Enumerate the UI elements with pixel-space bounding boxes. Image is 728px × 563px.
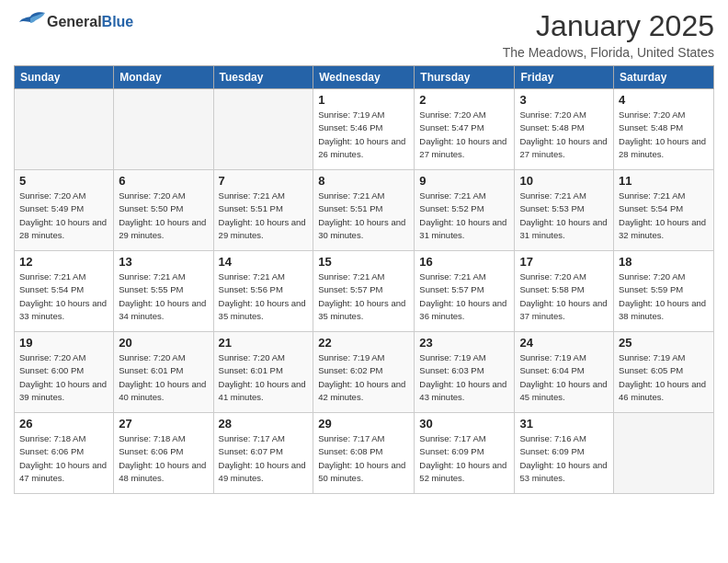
calendar-table: SundayMondayTuesdayWednesdayThursdayFrid… [14, 65, 714, 494]
calendar-cell: 17Sunrise: 7:20 AMSunset: 5:58 PMDayligh… [515, 251, 614, 332]
day-info: Sunrise: 7:21 AMSunset: 5:53 PMDaylight:… [519, 190, 609, 242]
day-number: 17 [519, 255, 609, 269]
calendar-cell: 22Sunrise: 7:19 AMSunset: 6:02 PMDayligh… [313, 332, 415, 413]
calendar-week-row: 12Sunrise: 7:21 AMSunset: 5:54 PMDayligh… [15, 251, 714, 332]
day-info: Sunrise: 7:18 AMSunset: 6:06 PMDaylight:… [19, 432, 108, 485]
day-info: Sunrise: 7:19 AMSunset: 5:46 PMDaylight:… [318, 109, 409, 161]
month-title: January 2025 [503, 9, 714, 43]
day-info: Sunrise: 7:19 AMSunset: 6:02 PMDaylight:… [318, 351, 409, 404]
calendar-cell: 21Sunrise: 7:20 AMSunset: 6:01 PMDayligh… [213, 332, 313, 413]
calendar-cell: 7Sunrise: 7:21 AMSunset: 5:51 PMDaylight… [213, 170, 313, 251]
day-number: 22 [318, 336, 409, 350]
day-number: 13 [119, 255, 208, 269]
day-number: 24 [519, 336, 609, 350]
day-number: 2 [419, 93, 509, 107]
day-number: 25 [619, 336, 709, 350]
day-info: Sunrise: 7:19 AMSunset: 6:03 PMDaylight:… [419, 351, 509, 404]
calendar-cell: 28Sunrise: 7:17 AMSunset: 6:07 PMDayligh… [213, 413, 313, 494]
calendar-cell: 3Sunrise: 7:20 AMSunset: 5:48 PMDaylight… [515, 89, 614, 170]
calendar-week-row: 19Sunrise: 7:20 AMSunset: 6:00 PMDayligh… [15, 332, 714, 413]
title-section: January 2025 The Meadows, Florida, Unite… [503, 9, 714, 60]
calendar-cell [614, 413, 714, 494]
day-number: 20 [119, 336, 208, 350]
calendar-cell: 9Sunrise: 7:21 AMSunset: 5:52 PMDaylight… [415, 170, 515, 251]
day-info: Sunrise: 7:21 AMSunset: 5:55 PMDaylight:… [119, 270, 208, 323]
day-info: Sunrise: 7:20 AMSunset: 5:48 PMDaylight:… [619, 109, 709, 161]
day-number: 1 [318, 93, 409, 107]
location: The Meadows, Florida, United States [503, 45, 714, 60]
day-number: 19 [19, 336, 108, 350]
calendar-cell: 27Sunrise: 7:18 AMSunset: 6:06 PMDayligh… [114, 413, 213, 494]
logo: General Blue [14, 9, 133, 35]
weekday-header-row: SundayMondayTuesdayWednesdayThursdayFrid… [15, 66, 714, 89]
day-number: 14 [219, 255, 309, 269]
day-info: Sunrise: 7:21 AMSunset: 5:54 PMDaylight:… [19, 270, 108, 323]
calendar-cell: 6Sunrise: 7:20 AMSunset: 5:50 PMDaylight… [114, 170, 213, 251]
day-number: 30 [419, 417, 509, 431]
calendar-cell: 12Sunrise: 7:21 AMSunset: 5:54 PMDayligh… [15, 251, 114, 332]
day-number: 7 [219, 174, 309, 188]
day-number: 11 [619, 174, 709, 188]
calendar-cell: 2Sunrise: 7:20 AMSunset: 5:47 PMDaylight… [415, 89, 515, 170]
day-info: Sunrise: 7:21 AMSunset: 5:52 PMDaylight:… [419, 190, 509, 242]
day-number: 18 [619, 255, 709, 269]
page-container: General Blue January 2025 The Meadows, F… [0, 0, 728, 503]
weekday-header-sunday: Sunday [15, 66, 114, 89]
day-info: Sunrise: 7:18 AMSunset: 6:06 PMDaylight:… [119, 432, 208, 485]
calendar-cell: 1Sunrise: 7:19 AMSunset: 5:46 PMDaylight… [313, 89, 415, 170]
day-info: Sunrise: 7:20 AMSunset: 6:01 PMDaylight:… [119, 351, 208, 404]
day-info: Sunrise: 7:21 AMSunset: 5:51 PMDaylight:… [219, 190, 309, 242]
calendar-cell [213, 89, 313, 170]
day-number: 6 [119, 174, 208, 188]
day-number: 28 [219, 417, 309, 431]
weekday-header-saturday: Saturday [614, 66, 714, 89]
calendar-cell: 8Sunrise: 7:21 AMSunset: 5:51 PMDaylight… [313, 170, 415, 251]
calendar-cell: 26Sunrise: 7:18 AMSunset: 6:06 PMDayligh… [15, 413, 114, 494]
calendar-week-row: 5Sunrise: 7:20 AMSunset: 5:49 PMDaylight… [15, 170, 714, 251]
day-info: Sunrise: 7:20 AMSunset: 5:48 PMDaylight:… [519, 109, 609, 161]
calendar-cell: 18Sunrise: 7:20 AMSunset: 5:59 PMDayligh… [614, 251, 714, 332]
day-info: Sunrise: 7:17 AMSunset: 6:08 PMDaylight:… [318, 432, 409, 485]
day-info: Sunrise: 7:21 AMSunset: 5:56 PMDaylight:… [219, 270, 309, 323]
day-info: Sunrise: 7:20 AMSunset: 6:01 PMDaylight:… [219, 351, 309, 404]
day-number: 9 [419, 174, 509, 188]
day-info: Sunrise: 7:19 AMSunset: 6:05 PMDaylight:… [619, 351, 709, 404]
day-info: Sunrise: 7:19 AMSunset: 6:04 PMDaylight:… [519, 351, 609, 404]
logo-general: General [47, 14, 102, 30]
day-number: 10 [519, 174, 609, 188]
weekday-header-friday: Friday [515, 66, 614, 89]
day-info: Sunrise: 7:21 AMSunset: 5:51 PMDaylight:… [318, 190, 409, 242]
calendar-cell: 19Sunrise: 7:20 AMSunset: 6:00 PMDayligh… [15, 332, 114, 413]
day-info: Sunrise: 7:21 AMSunset: 5:57 PMDaylight:… [419, 270, 509, 323]
calendar-cell: 13Sunrise: 7:21 AMSunset: 5:55 PMDayligh… [114, 251, 213, 332]
calendar-cell [15, 89, 114, 170]
day-info: Sunrise: 7:17 AMSunset: 6:07 PMDaylight:… [219, 432, 309, 485]
logo-icon [14, 9, 47, 35]
day-number: 21 [219, 336, 309, 350]
day-info: Sunrise: 7:16 AMSunset: 6:09 PMDaylight:… [519, 432, 609, 485]
calendar-week-row: 26Sunrise: 7:18 AMSunset: 6:06 PMDayligh… [15, 413, 714, 494]
day-info: Sunrise: 7:20 AMSunset: 6:00 PMDaylight:… [19, 351, 108, 404]
weekday-header-monday: Monday [114, 66, 213, 89]
logo-blue: Blue [102, 14, 134, 30]
weekday-header-wednesday: Wednesday [313, 66, 415, 89]
calendar-cell: 11Sunrise: 7:21 AMSunset: 5:54 PMDayligh… [614, 170, 714, 251]
calendar-cell: 14Sunrise: 7:21 AMSunset: 5:56 PMDayligh… [213, 251, 313, 332]
day-number: 31 [519, 417, 609, 431]
calendar-cell: 25Sunrise: 7:19 AMSunset: 6:05 PMDayligh… [614, 332, 714, 413]
calendar-cell: 31Sunrise: 7:16 AMSunset: 6:09 PMDayligh… [515, 413, 614, 494]
calendar-cell: 16Sunrise: 7:21 AMSunset: 5:57 PMDayligh… [415, 251, 515, 332]
day-number: 12 [19, 255, 108, 269]
calendar-cell [114, 89, 213, 170]
day-number: 5 [19, 174, 108, 188]
calendar-cell: 10Sunrise: 7:21 AMSunset: 5:53 PMDayligh… [515, 170, 614, 251]
logo-text: General Blue [47, 14, 133, 30]
day-info: Sunrise: 7:20 AMSunset: 5:58 PMDaylight:… [519, 270, 609, 323]
day-info: Sunrise: 7:20 AMSunset: 5:50 PMDaylight:… [119, 190, 208, 242]
day-number: 23 [419, 336, 509, 350]
day-info: Sunrise: 7:21 AMSunset: 5:57 PMDaylight:… [318, 270, 409, 323]
calendar-cell: 15Sunrise: 7:21 AMSunset: 5:57 PMDayligh… [313, 251, 415, 332]
weekday-header-thursday: Thursday [415, 66, 515, 89]
weekday-header-tuesday: Tuesday [213, 66, 313, 89]
day-info: Sunrise: 7:20 AMSunset: 5:59 PMDaylight:… [619, 270, 709, 323]
